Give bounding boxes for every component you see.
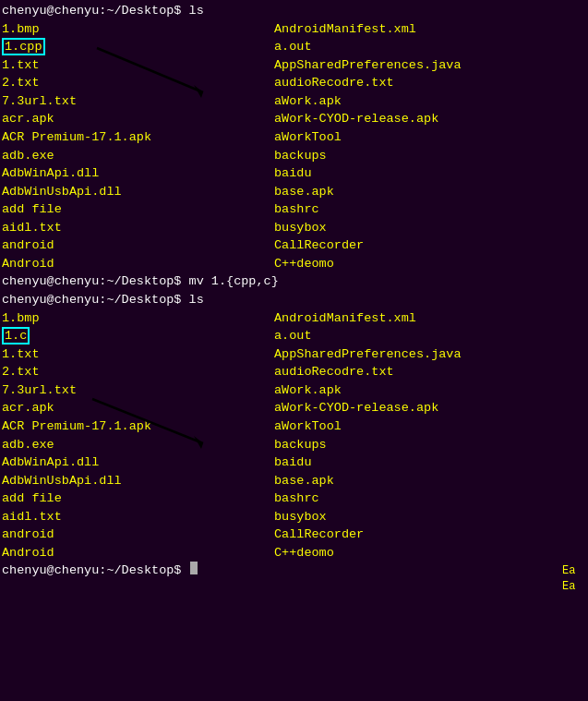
file-name-right: AndroidManifest.xml [274,20,588,39]
terminal-line: aidl.txtbusybox [2,219,588,237]
terminal-line: 1.txtAppSharedPreferences.java [2,56,588,75]
file-name-right: audioRecodre.txt [274,363,588,381]
file-name-left: android [2,236,274,255]
terminal-content: chenyu@chenyu:~/Desktop$ ls1.bmpAndroidM… [0,0,588,580]
file-name-right: audioRecodre.txt [274,74,588,92]
file-name-right: backups [274,147,588,165]
prompt-text: chenyu@chenyu:~/Desktop$ ls [2,2,204,20]
highlighted-filename: 1.cpp [2,38,45,55]
file-name-left: AdbWinApi.dll [2,164,274,183]
file-name-left: acr.apk [2,399,274,417]
terminal-line: ACR Premium-17.1.apkaWorkTool [2,417,588,436]
file-name-left: 2.txt [2,363,274,381]
prompt-text: chenyu@chenyu:~/Desktop$ [2,562,189,580]
file-name-right: a.out [274,38,588,56]
file-name-left: Android [2,544,274,562]
terminal-line: androidCallRecorder [2,236,588,255]
file-name-left: acr.apk [2,110,274,128]
file-name-right: CallRecorder [274,236,588,255]
file-name-left: add file [2,200,274,219]
file-name-right: AppSharedPreferences.java [274,345,588,364]
file-name-right: C++deomo [274,255,588,273]
file-name-right: AppSharedPreferences.java [274,56,588,75]
terminal-line: acr.apkaWork-CYOD-release.apk [2,399,588,417]
terminal-line: add filebashrc [2,200,588,219]
terminal-line: 1.bmpAndroidManifest.xml [2,20,588,39]
terminal-window: chenyu@chenyu:~/Desktop$ ls1.bmpAndroidM… [0,0,588,701]
terminal-line: 1.cppa.out [2,38,588,56]
terminal-line: 1.bmpAndroidManifest.xml [2,309,588,328]
right-edge-panel: Ea Ea [562,0,588,701]
terminal-line: AdbWinUsbApi.dllbase.apk [2,472,588,490]
cursor [190,562,198,574]
file-name-right: bashrc [274,200,588,219]
terminal-line: AndroidC++deomo [2,544,588,562]
terminal-line: 1.ca.out [2,327,588,345]
file-name-left: AdbWinApi.dll [2,453,274,472]
file-name-left: 1.cpp [2,38,274,56]
file-name-right: a.out [274,327,588,345]
right-edge-item-2: Ea [562,579,588,595]
terminal-line: AdbWinUsbApi.dllbase.apk [2,183,588,201]
file-name-right: aWork.apk [274,92,588,111]
file-name-left: adb.exe [2,436,274,454]
file-name-left: aidl.txt [2,219,274,237]
file-name-left: Android [2,255,274,273]
file-name-left: android [2,526,274,544]
terminal-line: AdbWinApi.dllbaidu [2,164,588,183]
terminal-line: androidCallRecorder [2,526,588,544]
file-name-left: AdbWinUsbApi.dll [2,183,274,201]
file-name-left: 1.bmp [2,20,274,39]
file-name-right: baidu [274,453,588,472]
prompt-text: chenyu@chenyu:~/Desktop$ mv 1.{cpp,c} [2,272,279,291]
file-name-right: aWorkTool [274,417,588,436]
file-name-right: aWork-CYOD-release.apk [274,110,588,128]
file-name-left: 7.3url.txt [2,92,274,111]
right-edge-text: Ea Ea [562,0,588,596]
file-name-right: AndroidManifest.xml [274,309,588,328]
file-name-right: backups [274,436,588,454]
file-name-right: aWorkTool [274,128,588,147]
terminal-line: 7.3url.txtaWork.apk [2,381,588,400]
terminal-line: chenyu@chenyu:~/Desktop$ mv 1.{cpp,c} [2,272,588,291]
prompt-text: chenyu@chenyu:~/Desktop$ ls [2,291,204,309]
file-name-right: base.apk [274,472,588,490]
highlighted-filename: 1.c [2,327,30,344]
terminal-line: AdbWinApi.dllbaidu [2,453,588,472]
file-name-left: 2.txt [2,74,274,92]
file-name-left: AdbWinUsbApi.dll [2,472,274,490]
file-name-right: baidu [274,164,588,183]
file-name-right: busybox [274,508,588,526]
file-name-right: base.apk [274,183,588,201]
file-name-right: CallRecorder [274,526,588,544]
terminal-line: 2.txtaudioRecodre.txt [2,74,588,92]
terminal-line: AndroidC++deomo [2,255,588,273]
terminal-line: chenyu@chenyu:~/Desktop$ ls [2,291,588,309]
file-name-left: 1.txt [2,345,274,364]
file-name-right: aWork-CYOD-release.apk [274,399,588,417]
file-name-left: 7.3url.txt [2,381,274,400]
terminal-line: 1.txtAppSharedPreferences.java [2,345,588,364]
file-name-left: ACR Premium-17.1.apk [2,417,274,436]
file-name-right: C++deomo [274,544,588,562]
terminal-line: ACR Premium-17.1.apkaWorkTool [2,128,588,147]
file-name-right: bashrc [274,489,588,508]
terminal-line: adb.exebackups [2,147,588,165]
file-name-left: add file [2,489,274,508]
right-edge-item-1: Ea [562,563,588,579]
file-name-left: 1.txt [2,56,274,75]
terminal-line: add filebashrc [2,489,588,508]
file-name-right: aWork.apk [274,381,588,400]
terminal-line: chenyu@chenyu:~/Desktop$ ls [2,2,588,20]
terminal-line: aidl.txtbusybox [2,508,588,526]
terminal-line: acr.apkaWork-CYOD-release.apk [2,110,588,128]
file-name-left: aidl.txt [2,508,274,526]
terminal-line: chenyu@chenyu:~/Desktop$ [2,562,588,580]
file-name-left: adb.exe [2,147,274,165]
terminal-line: 7.3url.txtaWork.apk [2,92,588,111]
file-name-left: 1.c [2,327,274,345]
terminal-line: 2.txtaudioRecodre.txt [2,363,588,381]
file-name-left: ACR Premium-17.1.apk [2,128,274,147]
terminal-line: adb.exebackups [2,436,588,454]
file-name-left: 1.bmp [2,309,274,328]
